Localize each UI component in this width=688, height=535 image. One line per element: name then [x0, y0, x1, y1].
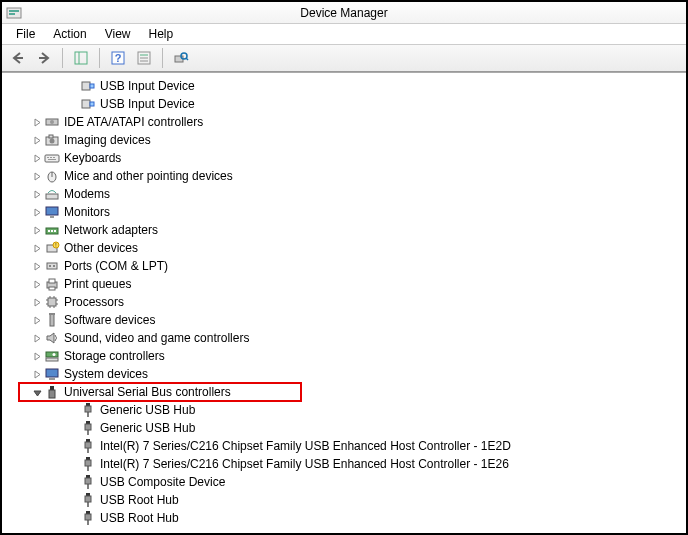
expand-icon[interactable]: [30, 331, 44, 345]
toolbar: ?: [2, 44, 686, 72]
tree-node-label: USB Input Device: [100, 79, 195, 93]
tree-node[interactable]: Intel(R) 7 Series/C216 Chipset Family US…: [2, 437, 686, 455]
tree-node[interactable]: Print queues: [2, 275, 686, 293]
device-tree[interactable]: USB Input DeviceUSB Input DeviceIDE ATA/…: [2, 72, 686, 533]
expand-icon[interactable]: [30, 313, 44, 327]
keyboard-icon: [44, 150, 60, 166]
tree-node[interactable]: System devices: [2, 365, 686, 383]
expander-spacer: [66, 79, 80, 93]
menubar: File Action View Help: [2, 24, 686, 44]
port-icon: [44, 258, 60, 274]
tree-node[interactable]: USB Composite Device: [2, 473, 686, 491]
tree-node[interactable]: Network adapters: [2, 221, 686, 239]
tree-node[interactable]: Ports (COM & LPT): [2, 257, 686, 275]
expand-icon[interactable]: [30, 151, 44, 165]
scan-hardware-button[interactable]: [169, 47, 193, 69]
expand-icon[interactable]: [30, 295, 44, 309]
tree-node[interactable]: USB Input Device: [2, 77, 686, 95]
network-icon: [44, 222, 60, 238]
svg-rect-3: [75, 52, 87, 64]
collapse-icon[interactable]: [30, 385, 44, 399]
expand-icon[interactable]: [30, 367, 44, 381]
expander-spacer: [66, 421, 80, 435]
tree-node-label: USB Root Hub: [100, 493, 179, 507]
tree-node-label: Storage controllers: [64, 349, 165, 363]
tree-node[interactable]: Generic USB Hub: [2, 419, 686, 437]
usb-plug-icon: [80, 510, 96, 526]
expand-icon[interactable]: [30, 187, 44, 201]
expander-spacer: [66, 493, 80, 507]
tree-node-label: Generic USB Hub: [100, 421, 195, 435]
expander-spacer: [66, 457, 80, 471]
usb-plug-icon: [80, 420, 96, 436]
tree-node[interactable]: Software devices: [2, 311, 686, 329]
tree-node-label: Print queues: [64, 277, 131, 291]
tree-node-label: Imaging devices: [64, 133, 151, 147]
toolbar-separator: [99, 48, 100, 68]
tree-node[interactable]: Intel(R) 7 Series/C216 Chipset Family US…: [2, 455, 686, 473]
tree-node[interactable]: Imaging devices: [2, 131, 686, 149]
menu-action[interactable]: Action: [45, 25, 94, 43]
menu-help[interactable]: Help: [141, 25, 182, 43]
back-button[interactable]: [6, 47, 30, 69]
tree-node[interactable]: Monitors: [2, 203, 686, 221]
help-button[interactable]: ?: [106, 47, 130, 69]
expand-icon[interactable]: [30, 223, 44, 237]
tree-node[interactable]: Other devices: [2, 239, 686, 257]
show-hide-tree-button[interactable]: [69, 47, 93, 69]
svg-rect-1: [9, 10, 19, 12]
usb-plug-icon: [80, 456, 96, 472]
tree-node[interactable]: Mice and other pointing devices: [2, 167, 686, 185]
tree-node-label: IDE ATA/ATAPI controllers: [64, 115, 203, 129]
tree-node-label: Modems: [64, 187, 110, 201]
tree-node-label: Generic USB Hub: [100, 403, 195, 417]
menu-view[interactable]: View: [97, 25, 139, 43]
tree-node-label: Universal Serial Bus controllers: [64, 385, 231, 399]
forward-button[interactable]: [32, 47, 56, 69]
expander-spacer: [66, 511, 80, 525]
other-icon: [44, 240, 60, 256]
audio-icon: [44, 330, 60, 346]
tree-node[interactable]: USB Input Device: [2, 95, 686, 113]
software-icon: [44, 312, 60, 328]
tree-node[interactable]: Keyboards: [2, 149, 686, 167]
tree-node[interactable]: IDE ATA/ATAPI controllers: [2, 113, 686, 131]
properties-button[interactable]: [132, 47, 156, 69]
window-title: Device Manager: [2, 6, 686, 20]
svg-rect-2: [9, 13, 15, 15]
tree-node[interactable]: Modems: [2, 185, 686, 203]
tree-node[interactable]: Sound, video and game controllers: [2, 329, 686, 347]
tree-node-label: Network adapters: [64, 223, 158, 237]
expand-icon[interactable]: [30, 115, 44, 129]
system-icon: [44, 366, 60, 382]
tree-node-label: System devices: [64, 367, 148, 381]
toolbar-separator: [62, 48, 63, 68]
tree-node[interactable]: USB Root Hub: [2, 491, 686, 509]
tree-node-label: Intel(R) 7 Series/C216 Chipset Family US…: [100, 439, 511, 453]
expand-icon[interactable]: [30, 349, 44, 363]
expander-spacer: [66, 403, 80, 417]
tree-node-label: Keyboards: [64, 151, 121, 165]
expander-spacer: [66, 475, 80, 489]
expand-icon[interactable]: [30, 241, 44, 255]
expand-icon[interactable]: [30, 277, 44, 291]
tree-node[interactable]: Storage controllers: [2, 347, 686, 365]
tree-node-label: Monitors: [64, 205, 110, 219]
tree-node[interactable]: USB Root Hub: [2, 509, 686, 527]
tree-node[interactable]: Generic USB Hub: [2, 401, 686, 419]
toolbar-separator: [162, 48, 163, 68]
tree-node-label: Processors: [64, 295, 124, 309]
tree-node[interactable]: Processors: [2, 293, 686, 311]
expand-icon[interactable]: [30, 133, 44, 147]
menu-file[interactable]: File: [8, 25, 43, 43]
svg-text:?: ?: [115, 52, 122, 64]
expand-icon[interactable]: [30, 169, 44, 183]
tree-node[interactable]: Universal Serial Bus controllers: [2, 383, 686, 401]
tree-node-label: USB Input Device: [100, 97, 195, 111]
expand-icon[interactable]: [30, 259, 44, 273]
storage-icon: [44, 348, 60, 364]
printer-icon: [44, 276, 60, 292]
expand-icon[interactable]: [30, 205, 44, 219]
usb-plug-icon: [80, 474, 96, 490]
usb-plug-icon: [80, 438, 96, 454]
